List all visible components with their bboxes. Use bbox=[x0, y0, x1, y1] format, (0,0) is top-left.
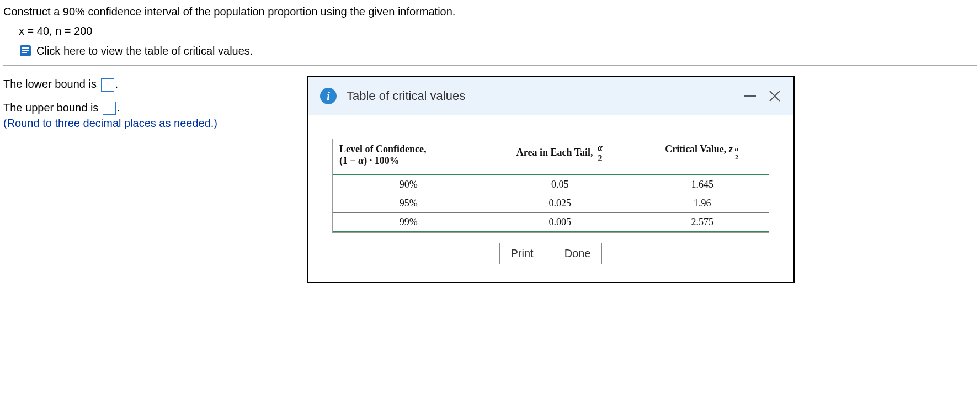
svg-rect-2 bbox=[22, 50, 29, 51]
upper-bound-input[interactable] bbox=[103, 102, 116, 115]
lower-bound-label-pre: The lower bound is bbox=[3, 78, 100, 90]
svg-rect-1 bbox=[22, 47, 29, 49]
lower-bound-line: The lower bound is . bbox=[3, 78, 301, 92]
cell-level: 99% bbox=[333, 213, 484, 232]
cell-tail: 0.005 bbox=[484, 213, 636, 232]
question-prompt: Construct a 90% confidence interval of t… bbox=[3, 6, 977, 18]
done-button[interactable]: Done bbox=[553, 243, 603, 264]
minimize-icon[interactable] bbox=[744, 95, 756, 97]
th-z-sub-den: 2 bbox=[734, 153, 740, 161]
th-level-line2-post: ) · 100% bbox=[364, 155, 400, 166]
th-tail-frac-num: α bbox=[596, 143, 604, 153]
cell-tail: 0.05 bbox=[484, 175, 636, 194]
table-row: 99% 0.005 2.575 bbox=[333, 213, 769, 232]
th-z-sub-num: α bbox=[734, 146, 740, 153]
cell-z: 2.575 bbox=[636, 213, 769, 232]
lower-bound-label-post: . bbox=[115, 78, 119, 90]
cell-tail: 0.025 bbox=[484, 194, 636, 213]
upper-bound-label-pre: The upper bound is bbox=[3, 102, 102, 114]
critical-values-table-wrap: Level of Confidence, (1 − α) · 100% Area… bbox=[332, 139, 769, 233]
cell-z: 1.96 bbox=[636, 194, 769, 213]
critical-values-popup: i Table of critical values bbox=[307, 76, 795, 283]
popup-header: i Table of critical values bbox=[308, 77, 793, 115]
critical-values-table: Level of Confidence, (1 − α) · 100% Area… bbox=[333, 139, 769, 232]
info-icon: i bbox=[320, 88, 337, 104]
th-tail-frac: α2 bbox=[596, 143, 604, 163]
th-tail-frac-den: 2 bbox=[596, 153, 604, 163]
th-level-alpha: α bbox=[358, 155, 364, 166]
svg-rect-3 bbox=[22, 52, 27, 53]
table-header-z: Critical Value, zα2 bbox=[636, 139, 769, 175]
cell-level: 95% bbox=[333, 194, 484, 213]
upper-bound-line: The upper bound is . bbox=[3, 102, 301, 115]
close-icon[interactable] bbox=[768, 89, 781, 103]
rounding-note: (Round to three decimal places as needed… bbox=[3, 117, 301, 130]
table-row: 90% 0.05 1.645 bbox=[333, 175, 769, 194]
th-z-pre: Critical Value, bbox=[665, 143, 729, 155]
separator bbox=[3, 65, 977, 66]
question-given: x = 40, n = 200 bbox=[19, 25, 977, 38]
upper-bound-label-post: . bbox=[117, 102, 120, 114]
th-z-subfrac: α2 bbox=[734, 146, 740, 161]
table-header-tail: Area in Each Tail, α2 bbox=[484, 139, 636, 175]
th-tail-pre: Area in Each Tail, bbox=[516, 147, 595, 158]
cell-level: 90% bbox=[333, 175, 484, 194]
th-level-line2-pre: (1 − bbox=[339, 155, 358, 166]
th-z-z: z bbox=[729, 143, 733, 155]
print-button[interactable]: Print bbox=[499, 243, 545, 264]
book-icon bbox=[19, 44, 32, 57]
th-level-line1: Level of Confidence, bbox=[339, 143, 426, 155]
critical-values-link[interactable]: Click here to view the table of critical… bbox=[19, 44, 977, 57]
critical-values-link-text: Click here to view the table of critical… bbox=[36, 45, 253, 57]
cell-z: 1.645 bbox=[636, 175, 769, 194]
popup-title: Table of critical values bbox=[347, 89, 744, 103]
lower-bound-input[interactable] bbox=[101, 78, 114, 92]
table-row: 95% 0.025 1.96 bbox=[333, 194, 769, 213]
table-header-level: Level of Confidence, (1 − α) · 100% bbox=[333, 139, 484, 175]
